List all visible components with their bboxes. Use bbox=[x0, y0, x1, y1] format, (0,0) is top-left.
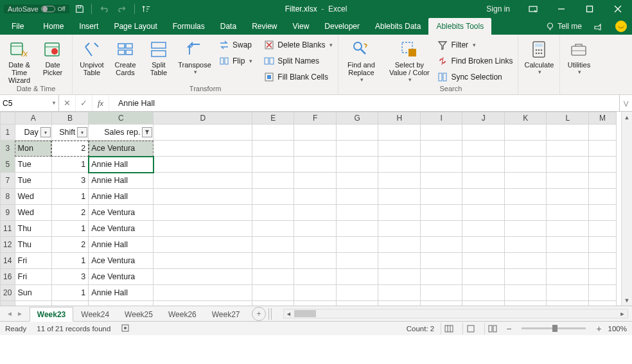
column-headers[interactable]: A B C D E F G H I J K L M bbox=[1, 112, 617, 125]
svg-rect-23 bbox=[265, 58, 268, 64]
filter-button[interactable]: Filter ▾ bbox=[435, 38, 515, 52]
scroll-down-icon[interactable]: ▼ bbox=[622, 295, 632, 306]
table-row[interactable]: 20Sun1Annie Hall bbox=[1, 285, 617, 301]
scroll-thumb[interactable] bbox=[294, 310, 316, 317]
chevron-down-icon[interactable]: ▼ bbox=[51, 100, 57, 106]
close-button[interactable] bbox=[604, 0, 632, 18]
feedback-smiley-icon[interactable] bbox=[615, 21, 627, 32]
horizontal-scrollbar[interactable]: ◄ ► bbox=[283, 309, 628, 318]
enter-formula-button[interactable]: ✓ bbox=[76, 95, 92, 111]
tab-formulas[interactable]: Formulas bbox=[165, 18, 213, 35]
scroll-up-icon[interactable]: ▲ bbox=[622, 112, 632, 123]
delete-blanks-button[interactable]: Delete Blanks ▾ bbox=[261, 38, 335, 52]
tell-me-button[interactable]: Tell me bbox=[546, 22, 582, 31]
fill-blank-cells-button[interactable]: Fill Blank Cells bbox=[261, 70, 335, 84]
header-shift[interactable]: Shift▾ bbox=[51, 125, 88, 141]
sheet-tab-week26[interactable]: Week26 bbox=[161, 307, 204, 322]
cards-icon bbox=[115, 39, 136, 60]
tab-view[interactable]: View bbox=[285, 18, 317, 35]
expand-formula-bar-button[interactable]: ⋁ bbox=[619, 95, 632, 111]
sort-icon[interactable] bbox=[137, 0, 155, 18]
transpose-button[interactable]: Transpose ▾ bbox=[175, 37, 214, 75]
tab-review[interactable]: Review bbox=[244, 18, 285, 35]
scroll-left-icon[interactable]: ◄ bbox=[284, 311, 294, 317]
tab-splitter[interactable] bbox=[268, 308, 272, 320]
find-and-replace-button[interactable]: Find and Replace ▾ bbox=[341, 37, 381, 83]
create-cards-button[interactable]: Create Cards bbox=[109, 37, 142, 76]
split-names-button[interactable]: Split Names bbox=[261, 54, 335, 68]
table-row[interactable]: 7Tue3Annie Hall bbox=[1, 173, 617, 189]
tab-home[interactable]: Home bbox=[35, 18, 71, 35]
fx-button[interactable]: fx bbox=[92, 95, 109, 111]
table-row[interactable]: 9Wed2Ace Ventura bbox=[1, 205, 617, 221]
prev-sheet-icon[interactable]: ◄ bbox=[6, 310, 13, 317]
signin-button[interactable]: Sign in bbox=[477, 0, 519, 18]
table-row[interactable]: 8Wed1Annie Hall bbox=[1, 189, 617, 205]
minimize-button[interactable] bbox=[547, 0, 575, 18]
tab-page-layout[interactable]: Page Layout bbox=[106, 18, 164, 35]
calculate-button[interactable]: Calculate ▾ bbox=[521, 37, 557, 75]
table-row[interactable]: 12Thu2Annie Hall bbox=[1, 237, 617, 253]
table-row[interactable] bbox=[1, 301, 617, 306]
new-sheet-button[interactable]: ＋ bbox=[252, 307, 266, 321]
tab-developer[interactable]: Developer bbox=[317, 18, 367, 35]
sheet-tab-week27[interactable]: Week27 bbox=[204, 307, 248, 322]
filter-dropdown-salesrep-active[interactable] bbox=[142, 127, 152, 137]
tab-insert[interactable]: Insert bbox=[71, 18, 106, 35]
tab-ablebits-data[interactable]: Ablebits Data bbox=[367, 18, 428, 35]
scroll-right-icon[interactable]: ► bbox=[617, 311, 628, 317]
cell-grid[interactable]: A B C D E F G H I J K L M 1 bbox=[0, 112, 621, 306]
redo-icon[interactable] bbox=[114, 0, 132, 18]
header-salesrep[interactable]: Sales rep. bbox=[89, 125, 154, 141]
zoom-knob[interactable] bbox=[552, 325, 557, 332]
table-row[interactable]: 11Thu1Ace Ventura bbox=[1, 221, 617, 237]
zoom-out-button[interactable]: − bbox=[506, 324, 511, 334]
name-box[interactable]: ▼ bbox=[0, 95, 59, 111]
split-table-button[interactable]: Split Table bbox=[142, 37, 175, 76]
view-page-layout-button[interactable] bbox=[462, 323, 478, 334]
swap-button[interactable]: Swap bbox=[216, 38, 255, 52]
tab-ablebits-tools[interactable]: Ablebits Tools bbox=[428, 18, 491, 35]
view-page-break-button[interactable] bbox=[484, 323, 500, 334]
date-time-wizard-button[interactable]: fx Date & Time Wizard bbox=[3, 37, 36, 84]
view-normal-button[interactable] bbox=[441, 323, 456, 334]
tab-file[interactable]: File bbox=[0, 18, 35, 35]
zoom-level[interactable]: 100% bbox=[608, 325, 627, 333]
unpivot-table-button[interactable]: Unpivot Table bbox=[75, 37, 109, 76]
sync-selection-button[interactable]: Sync Selection bbox=[435, 70, 515, 84]
zoom-in-button[interactable]: + bbox=[596, 324, 601, 334]
macro-record-icon[interactable] bbox=[121, 324, 130, 334]
undo-icon[interactable] bbox=[94, 0, 112, 18]
save-icon[interactable] bbox=[71, 0, 89, 18]
cancel-formula-button[interactable]: ✕ bbox=[59, 95, 76, 111]
zoom-slider[interactable] bbox=[522, 327, 586, 329]
autosave-toggle[interactable]: AutoSave Off bbox=[4, 4, 69, 13]
chevron-down-icon: ▾ bbox=[473, 42, 476, 48]
sheet-nav-arrows[interactable]: ◄► bbox=[0, 310, 30, 317]
share-icon[interactable] bbox=[593, 21, 604, 32]
sheet-tab-week23[interactable]: Week23 bbox=[30, 307, 73, 322]
table-row[interactable]: 5Tue1Annie Hall bbox=[1, 157, 617, 173]
select-all-corner[interactable] bbox=[1, 112, 15, 125]
header-day[interactable]: Day▾ bbox=[15, 125, 51, 141]
table-row[interactable]: 14Fri1Ace Ventura bbox=[1, 253, 617, 269]
date-picker-button[interactable]: Date Picker bbox=[36, 37, 69, 76]
filter-dropdown-shift[interactable]: ▾ bbox=[77, 127, 87, 137]
next-sheet-icon[interactable]: ► bbox=[17, 310, 23, 317]
table-row[interactable]: 1 Day▾ Shift▾ Sales rep. bbox=[1, 125, 617, 141]
utilities-button[interactable]: Utilities ▾ bbox=[563, 37, 595, 75]
ribbon-display-options-icon[interactable] bbox=[519, 0, 547, 18]
flip-button[interactable]: Flip ▾ bbox=[216, 54, 255, 68]
sheet-tab-week25[interactable]: Week25 bbox=[117, 307, 161, 322]
select-by-value-color-button[interactable]: Select by Value / Color ▾ bbox=[386, 37, 432, 83]
table-row[interactable]: 3Mon2Ace Ventura bbox=[1, 141, 617, 157]
formula-value[interactable]: Annie Hall bbox=[109, 95, 619, 111]
maximize-button[interactable] bbox=[575, 0, 604, 18]
sheet-tab-week24[interactable]: Week24 bbox=[73, 307, 117, 322]
vertical-scrollbar[interactable]: ▲ ▼ bbox=[621, 112, 632, 306]
table-row[interactable]: 16Fri3Ace Ventura bbox=[1, 269, 617, 285]
name-box-input[interactable] bbox=[3, 99, 56, 108]
filter-dropdown-day[interactable]: ▾ bbox=[40, 127, 51, 137]
find-broken-links-button[interactable]: Find Broken Links bbox=[435, 54, 515, 68]
tab-data[interactable]: Data bbox=[213, 18, 244, 35]
